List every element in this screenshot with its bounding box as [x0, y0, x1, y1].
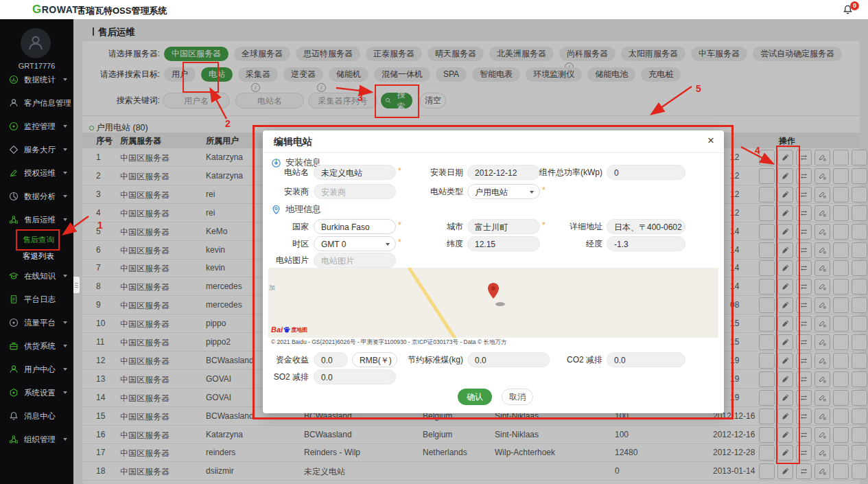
total-power-field[interactable]: 0 — [607, 165, 685, 180]
chart-icon — [9, 75, 19, 84]
income-label: 资金收益 — [263, 352, 309, 367]
bell-icon — [9, 411, 19, 421]
confirm-button[interactable]: 确认 — [458, 389, 492, 405]
close-icon[interactable]: × — [707, 134, 714, 148]
sidebar-item-流量平台[interactable]: 流量平台 — [0, 311, 73, 334]
country-label: 国家 — [263, 219, 309, 234]
station-image-field[interactable]: 电站图片 — [314, 253, 396, 268]
sidebar-item-label: 数据分析 — [24, 192, 56, 202]
income-field[interactable]: 0.0 — [314, 352, 348, 367]
geo-section-header: 地理信息 — [271, 203, 321, 216]
baidu-logo: Bai 度地图 — [271, 325, 307, 334]
sidebar: GRT17776 数据统计客户信息管理监控管理服务大厅授权运维数据分析售后运维售… — [0, 19, 73, 484]
station-name-label: 电站名 — [263, 165, 309, 180]
sidebar-item-label: 组织管理 — [24, 435, 56, 445]
installer-field[interactable]: 安装商 — [314, 184, 396, 199]
sidebar-item-label: 在线知识 — [24, 271, 56, 281]
baidu-map[interactable]: 加 — [268, 268, 718, 338]
baidu-paw-icon — [283, 326, 290, 333]
sidebar-item-label: 监控管理 — [24, 122, 56, 132]
sidebar-item-供货系统[interactable]: 供货系统 — [0, 334, 73, 358]
sidebar-item-客户信息管理[interactable]: 客户信息管理 — [0, 91, 73, 115]
install-date-label: 安装日期 — [400, 165, 463, 180]
station-type-label: 电站类型 — [400, 184, 463, 199]
user-avatar[interactable] — [21, 28, 51, 58]
total-power-label: 组件总功率(kWp) — [537, 165, 602, 180]
chevron-down-icon — [63, 172, 67, 174]
sidebar-item-在线知识[interactable]: 在线知识 — [0, 264, 73, 288]
modal-title: 编辑电站 — [274, 136, 312, 148]
pie-icon — [9, 192, 19, 201]
chevron-down-icon — [63, 218, 67, 221]
sidebar-item-label: 售后运维 — [24, 215, 56, 225]
sidebar-item-组织管理[interactable]: 组织管理 — [0, 428, 73, 451]
required-marker: * — [542, 185, 546, 195]
longitude-label: 经度 — [537, 236, 602, 251]
timezone-label: 时区 — [263, 236, 309, 251]
latitude-field[interactable]: 12.15 — [467, 236, 540, 251]
city-field[interactable]: 富士川町 — [467, 219, 540, 234]
timezone-select[interactable]: GMT 0 — [314, 236, 396, 251]
chevron-down-icon — [63, 368, 67, 371]
cancel-button[interactable]: 取消 — [502, 389, 533, 405]
cap-icon — [9, 271, 19, 281]
station-name-field[interactable]: 未定义电站 — [314, 165, 396, 180]
sidebar-collapse-handle[interactable] — [73, 277, 80, 293]
address-label: 详细地址 — [537, 219, 602, 234]
sidebar-item-label: 服务大厅 — [24, 145, 56, 155]
longitude-field[interactable]: -1.3 — [607, 236, 685, 251]
installer-label: 安装商 — [263, 184, 309, 199]
currency-select[interactable]: RMB(￥) — [352, 352, 397, 367]
sidebar-subitem-售后查询[interactable]: 售后查询 — [0, 231, 73, 248]
co2-field[interactable]: 0.0 — [607, 352, 685, 367]
sidebar-item-数据分析[interactable]: 数据分析 — [0, 185, 73, 208]
sidebar-item-label: 客户信息管理 — [24, 98, 71, 108]
so2-label: SO2 减排 — [263, 369, 309, 384]
address-field[interactable]: 日本、〒400-0602 山梨県南巨摩郡 — [607, 219, 685, 234]
geo-pin-icon — [271, 205, 281, 215]
sidebar-item-售后运维[interactable]: 售后运维 — [0, 208, 73, 231]
chevron-down-icon — [63, 391, 67, 394]
sidebar-item-label: 消息中心 — [24, 411, 56, 422]
station-type-select[interactable]: 户用电站 — [467, 184, 540, 199]
chevron-down-icon — [63, 275, 67, 277]
sidebar-subitem-客退列表[interactable]: 客退列表 — [0, 248, 73, 264]
sidebar-item-系统设置[interactable]: 系统设置 — [0, 381, 73, 404]
sidebar-item-数据统计[interactable]: 数据统计 — [0, 68, 73, 91]
hex-icon — [9, 388, 19, 397]
modal-header: 编辑电站 × — [263, 130, 724, 153]
chevron-down-icon — [63, 125, 67, 128]
sidebar-item-监控管理[interactable]: 监控管理 — [0, 115, 73, 138]
sidebar-item-label: 用户中心 — [24, 365, 56, 375]
chevron-down-icon — [63, 345, 67, 347]
logo-g: G — [32, 3, 42, 16]
chevron-down-icon — [386, 243, 390, 246]
co2-label: CO2 减排 — [537, 352, 602, 367]
country-field[interactable]: Burkina Faso — [314, 219, 396, 234]
notification-badge[interactable]: 0 — [850, 1, 859, 10]
box-icon — [9, 341, 19, 351]
sidebar-item-授权运维[interactable]: 授权运维 — [0, 161, 73, 185]
gauge-icon — [9, 318, 19, 327]
pen-icon — [9, 168, 19, 178]
sidebar-item-label: 平台日志 — [24, 295, 56, 305]
person-icon — [9, 365, 19, 374]
sidebar-item-label: 授权运维 — [24, 168, 56, 178]
sidebar-item-服务大厅[interactable]: 服务大厅 — [0, 138, 73, 161]
sidebar-item-label: 系统设置 — [24, 388, 56, 398]
top-header: GROWATT 古瑞瓦特OSS管理系统 0 — [0, 0, 868, 20]
map-canvas — [268, 268, 718, 338]
app-window: GROWATT 古瑞瓦特OSS管理系统 0 GRT17776 数据统计客户信息管… — [0, 0, 868, 484]
sidebar-item-用户中心[interactable]: 用户中心 — [0, 358, 73, 381]
chevron-down-icon — [530, 191, 534, 194]
chevron-down-icon — [63, 78, 67, 81]
chevron-down-icon — [63, 148, 67, 151]
sidebar-item-label: 供货系统 — [24, 341, 56, 352]
so2-field[interactable]: 0.0 — [314, 369, 396, 384]
map-attribution: © 2021 Baidu - GS(2021)6026号 - 甲测资字11009… — [271, 338, 507, 347]
sidebar-item-平台日志[interactable]: 平台日志 — [0, 288, 73, 311]
install-date-field[interactable]: 2012-12-12 — [467, 165, 540, 180]
latitude-label: 纬度 — [400, 236, 463, 251]
sidebar-item-消息中心[interactable]: 消息中心 — [0, 404, 73, 428]
avatar-person-icon — [27, 34, 45, 52]
